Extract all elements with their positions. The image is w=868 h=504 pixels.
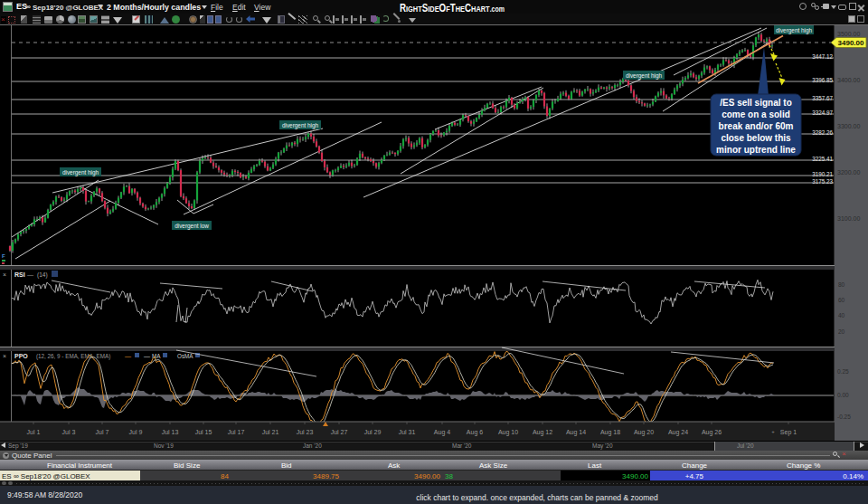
svg-text:(14): (14) bbox=[37, 271, 48, 279]
svg-text:60: 60 bbox=[838, 297, 845, 303]
svg-text:×: × bbox=[3, 271, 6, 278]
svg-text:20: 20 bbox=[838, 328, 845, 335]
svg-text:3447.12: 3447.12 bbox=[812, 53, 833, 60]
svg-text:Aug 6: Aug 6 bbox=[467, 429, 483, 436]
svg-text:Jul 13: Jul 13 bbox=[162, 429, 179, 435]
svg-text:Aug 26: Aug 26 bbox=[702, 429, 722, 436]
svg-text:0.00: 0.00 bbox=[837, 392, 849, 398]
svg-text:3400.00: 3400.00 bbox=[837, 77, 860, 83]
svg-text:Jul 15: Jul 15 bbox=[195, 429, 212, 435]
svg-text:3100.00: 3100.00 bbox=[837, 215, 860, 222]
svg-text:3490.00: 3490.00 bbox=[838, 39, 864, 47]
svg-text:80: 80 bbox=[838, 281, 845, 288]
svg-text:3175.23: 3175.23 bbox=[812, 178, 833, 185]
svg-text:Jul 1: Jul 1 bbox=[27, 429, 41, 435]
svg-text:minor uptrend line: minor uptrend line bbox=[716, 145, 796, 155]
svg-text:—: — bbox=[125, 353, 131, 359]
svg-text:+: + bbox=[771, 429, 775, 434]
svg-text:40: 40 bbox=[838, 312, 845, 319]
svg-text:Aug 14: Aug 14 bbox=[566, 429, 586, 436]
svg-text:Jul 21: Jul 21 bbox=[262, 429, 279, 435]
svg-text:PPO: PPO bbox=[14, 353, 28, 359]
svg-text:Aug 24: Aug 24 bbox=[668, 429, 688, 436]
svg-text:3200.00: 3200.00 bbox=[837, 169, 860, 176]
svg-text:3396.85: 3396.85 bbox=[812, 77, 833, 83]
svg-text:Aug 12: Aug 12 bbox=[533, 429, 552, 436]
svg-text:divergent high: divergent high bbox=[282, 122, 319, 129]
svg-text:divergent high: divergent high bbox=[626, 72, 663, 80]
svg-text:Sep 1: Sep 1 bbox=[780, 429, 797, 436]
svg-text:Jul 7: Jul 7 bbox=[96, 429, 109, 435]
svg-text:-0.25: -0.25 bbox=[837, 414, 851, 420]
svg-text:Jul 17: Jul 17 bbox=[228, 429, 245, 435]
svg-text:Aug 10: Aug 10 bbox=[498, 429, 518, 436]
svg-text:RSI: RSI bbox=[14, 271, 25, 278]
svg-text:divergent high: divergent high bbox=[776, 27, 813, 34]
svg-text:Jul 23: Jul 23 bbox=[297, 429, 314, 435]
svg-text:Jul 3: Jul 3 bbox=[62, 429, 76, 435]
svg-text:Aug 18: Aug 18 bbox=[600, 429, 620, 436]
svg-text:0.25: 0.25 bbox=[837, 368, 849, 375]
svg-text:3324.97: 3324.97 bbox=[812, 109, 833, 116]
svg-text:OsMA: OsMA bbox=[177, 353, 193, 359]
svg-text:Jul 9: Jul 9 bbox=[129, 429, 143, 435]
svg-text:Aug 20: Aug 20 bbox=[634, 429, 654, 436]
svg-text:3300.00: 3300.00 bbox=[837, 123, 860, 129]
svg-text:Jul 29: Jul 29 bbox=[364, 429, 382, 435]
svg-text:divergent low: divergent low bbox=[175, 223, 209, 230]
svg-text:Aug 4: Aug 4 bbox=[434, 429, 450, 436]
svg-text:close below this: close below this bbox=[721, 133, 791, 143]
svg-text:Jul 31: Jul 31 bbox=[399, 429, 416, 435]
svg-text:Jul 27: Jul 27 bbox=[331, 429, 348, 435]
svg-text:—: — bbox=[27, 271, 33, 278]
svg-text:/ES sell signal to: /ES sell signal to bbox=[720, 98, 791, 108]
svg-text:(12, 26, 9 - EMA, EMA, EMA): (12, 26, 9 - EMA, EMA, EMA) bbox=[36, 353, 110, 360]
svg-text:3225.41: 3225.41 bbox=[812, 156, 833, 162]
svg-text:come on a solid: come on a solid bbox=[722, 109, 790, 119]
svg-text:3190.21: 3190.21 bbox=[812, 171, 833, 177]
svg-text:3500.00: 3500.00 bbox=[837, 31, 860, 37]
svg-text:divergent high: divergent high bbox=[62, 169, 99, 176]
svg-text:break and/or 60m: break and/or 60m bbox=[719, 121, 794, 131]
svg-text:×: × bbox=[3, 353, 6, 359]
svg-text:F: F bbox=[2, 253, 5, 259]
svg-text:—: — bbox=[144, 353, 150, 359]
svg-text:3357.67: 3357.67 bbox=[812, 95, 833, 101]
svg-text:3282.26: 3282.26 bbox=[812, 129, 833, 136]
